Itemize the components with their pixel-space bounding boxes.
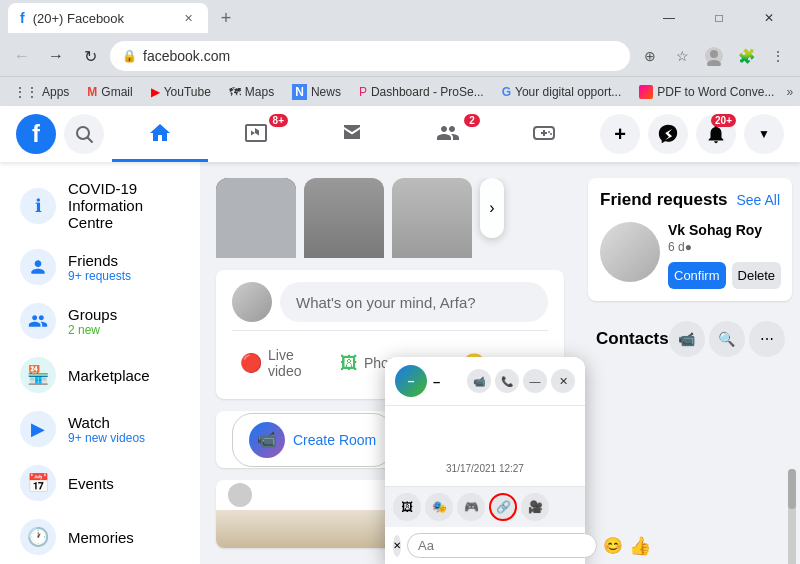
right-panel: Friend requests See All Vk Sohag Roy 6 d…	[580, 162, 800, 564]
sidebar-item-groups[interactable]: Groups 2 new	[8, 295, 192, 347]
digital-icon: G	[502, 85, 511, 99]
forward-button[interactable]: →	[42, 42, 70, 70]
nav-marketplace[interactable]	[304, 106, 400, 162]
bookmark-apps[interactable]: ⋮⋮ Apps	[8, 83, 75, 101]
stories-scroll-button[interactable]: ›	[480, 178, 504, 238]
facebook-header: f 8+ 2 +	[0, 106, 800, 162]
lock-icon: 🔒	[122, 49, 137, 63]
contacts-more-button[interactable]: ⋯	[749, 321, 785, 357]
photo-video-icon: 🖼	[340, 353, 358, 374]
right-scrollbar[interactable]	[788, 469, 796, 564]
bookmark-star-icon[interactable]: ☆	[668, 42, 696, 70]
bookmark-pdf-label: PDF to Word Conve...	[657, 85, 774, 99]
friends-badge: 2	[464, 114, 480, 127]
popup-input-area: ✕ 😊 👍	[385, 527, 585, 564]
popup-remove-button[interactable]: ✕	[393, 535, 401, 557]
popup-emoji-button[interactable]: 😊	[603, 536, 623, 555]
facebook-nav: 8+ 2	[104, 106, 600, 162]
close-button[interactable]: ✕	[746, 3, 792, 33]
friends-sidebar-sublabel: 9+ requests	[68, 269, 180, 283]
story-card[interactable]	[216, 178, 296, 258]
sidebar-item-marketplace[interactable]: 🏪 Marketplace	[8, 349, 192, 401]
bookmark-youtube[interactable]: ▶ YouTube	[145, 83, 217, 101]
sidebar-item-memories[interactable]: 🕐 Memories	[8, 511, 192, 563]
search-button[interactable]	[64, 114, 104, 154]
bookmark-youtube-label: YouTube	[164, 85, 211, 99]
popup-message-input[interactable]	[407, 533, 597, 558]
facebook-logo[interactable]: f	[16, 114, 56, 154]
live-video-button[interactable]: 🔴 Live video	[232, 339, 328, 387]
popup-video-button[interactable]: 📹	[467, 369, 491, 393]
see-all-link[interactable]: See All	[736, 192, 780, 208]
notifications-button[interactable]: 20+	[696, 114, 736, 154]
watch-badge: 8+	[269, 114, 288, 127]
cast-icon[interactable]: ⊕	[636, 42, 664, 70]
new-tab-button[interactable]: +	[212, 4, 240, 32]
friend-avatar	[600, 222, 660, 282]
bookmark-news[interactable]: N News	[286, 82, 347, 102]
friends-sidebar-icon	[20, 249, 56, 285]
contacts-video-button[interactable]: 📹	[669, 321, 705, 357]
nav-friends[interactable]: 2	[400, 106, 496, 162]
tab-close-button[interactable]: ✕	[180, 10, 196, 26]
popup-tool-image[interactable]: 🖼	[393, 493, 421, 521]
confirm-button[interactable]: Confirm	[668, 262, 726, 289]
bookmark-dashboard[interactable]: P Dashboard - ProSe...	[353, 83, 490, 101]
bookmarks-more-button[interactable]: »	[786, 85, 793, 99]
create-room-button[interactable]: 📹 Create Room	[232, 413, 393, 467]
account-button[interactable]: ▼	[744, 114, 784, 154]
popup-tool-video[interactable]: 🎥	[521, 493, 549, 521]
address-bar[interactable]: 🔒 facebook.com	[110, 41, 630, 71]
extensions-icon[interactable]: 🧩	[732, 42, 760, 70]
stories-area: ›	[216, 178, 564, 258]
story-card[interactable]	[392, 178, 472, 258]
popup-tool-link[interactable]: 🔗	[489, 493, 517, 521]
notifications-badge: 20+	[711, 114, 736, 127]
back-button[interactable]: ←	[8, 42, 36, 70]
sidebar-item-watch[interactable]: ▶ Watch 9+ new videos	[8, 403, 192, 455]
post-input-placeholder: What's on your mind, Arfa?	[296, 294, 476, 311]
bookmark-digital[interactable]: G Your digital opport...	[496, 83, 628, 101]
nav-gaming[interactable]	[496, 106, 592, 162]
post-input[interactable]: What's on your mind, Arfa?	[280, 282, 548, 322]
bookmark-gmail[interactable]: M Gmail	[81, 83, 138, 101]
profile-icon[interactable]	[700, 42, 728, 70]
bookmark-digital-label: Your digital opport...	[515, 85, 621, 99]
groups-sidebar-text: Groups 2 new	[68, 306, 180, 337]
delete-button[interactable]: Delete	[732, 262, 782, 289]
refresh-button[interactable]: ↻	[76, 42, 104, 70]
minimize-button[interactable]: —	[646, 3, 692, 33]
right-scrollbar-thumb	[788, 469, 796, 509]
bookmark-dashboard-label: Dashboard - ProSe...	[371, 85, 484, 99]
create-button[interactable]: +	[600, 114, 640, 154]
sidebar-item-covid[interactable]: ℹ COVID-19 Information Centre	[8, 172, 192, 239]
popup-tool-sticker[interactable]: 🎭	[425, 493, 453, 521]
sidebar-item-events[interactable]: 📅 Events	[8, 457, 192, 509]
create-room-label: Create Room	[293, 432, 376, 448]
maximize-button[interactable]: □	[696, 3, 742, 33]
bookmark-apps-label: Apps	[42, 85, 69, 99]
sidebar-item-friends[interactable]: Friends 9+ requests	[8, 241, 192, 293]
bookmark-gmail-label: Gmail	[101, 85, 132, 99]
bookmark-pdf[interactable]: PDF to Word Conve...	[633, 83, 780, 101]
post-user-avatar	[232, 282, 272, 322]
nav-home[interactable]	[112, 106, 208, 162]
tab-favicon: f	[20, 10, 25, 26]
popup-phone-button[interactable]: 📞	[495, 369, 519, 393]
contacts-search-button[interactable]: 🔍	[709, 321, 745, 357]
story-card[interactable]	[304, 178, 384, 258]
popup-like-button[interactable]: 👍	[629, 535, 651, 557]
nav-watch[interactable]: 8+	[208, 106, 304, 162]
messenger-button[interactable]	[648, 114, 688, 154]
popup-tool-game[interactable]: 🎮	[457, 493, 485, 521]
popup-close-button[interactable]: ✕	[551, 369, 575, 393]
contacts-section: Contacts 📹 🔍 ⋯	[588, 309, 792, 369]
browser-tab[interactable]: f (20+) Facebook ✕	[8, 3, 208, 33]
menu-icon[interactable]: ⋮	[764, 42, 792, 70]
bookmark-maps[interactable]: 🗺 Maps	[223, 83, 280, 101]
popup-messages: 31/17/2021 12:27	[385, 406, 585, 486]
marketplace-sidebar-text: Marketplace	[68, 367, 180, 384]
contacts-icons: 📹 🔍 ⋯	[669, 321, 785, 357]
popup-minimize-button[interactable]: —	[523, 369, 547, 393]
popup-header: – – 📹 📞 — ✕	[385, 357, 585, 406]
